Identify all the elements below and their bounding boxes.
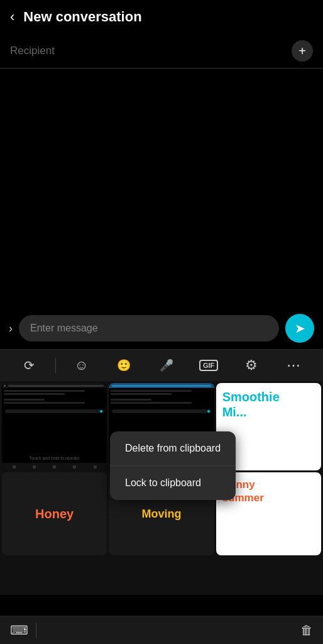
- emoji-button[interactable]: ☺: [62, 355, 101, 376]
- trash-button[interactable]: 🗑: [300, 623, 313, 638]
- gif-button[interactable]: GIF: [189, 357, 228, 374]
- context-menu: Delete from clipboard Lock to clipboard: [110, 431, 236, 500]
- bottom-bar: ⌨ 🗑: [0, 616, 323, 644]
- message-input[interactable]: Enter message: [19, 315, 279, 341]
- smoothie-text: SmoothieMi...: [222, 389, 280, 419]
- back-button[interactable]: ‹: [10, 9, 14, 25]
- honey-text: Honey: [35, 507, 74, 521]
- add-recipient-button[interactable]: +: [292, 40, 313, 62]
- send-icon: ➤: [295, 321, 305, 336]
- add-icon: +: [298, 44, 306, 58]
- clipboard-item-honey[interactable]: Honey: [2, 472, 107, 555]
- input-placeholder: Enter message: [30, 323, 98, 333]
- clipboard-area: Touch and hold to reorder: [0, 381, 323, 595]
- clipboard-button[interactable]: ⟳: [10, 355, 49, 375]
- touch-hold-label: Touch and hold to reorder: [2, 456, 107, 460]
- gif-label: GIF: [199, 360, 218, 371]
- keyboard-button[interactable]: ⌨: [10, 623, 28, 638]
- delete-from-clipboard-button[interactable]: Delete from clipboard: [110, 431, 236, 466]
- input-bar: › Enter message ➤: [0, 308, 323, 349]
- page-title: New conversation: [23, 9, 141, 25]
- header: ‹ New conversation: [0, 0, 323, 34]
- send-button[interactable]: ➤: [285, 314, 314, 343]
- sticker-button[interactable]: 🙂: [104, 356, 143, 375]
- expand-button[interactable]: ›: [9, 322, 13, 335]
- mic-button[interactable]: 🎤: [147, 356, 186, 375]
- message-area: [0, 69, 323, 308]
- recipient-label[interactable]: Recipient: [10, 45, 292, 57]
- toolbar: ⟳ ☺ 🙂 🎤 GIF ⚙ ⋯: [0, 349, 323, 381]
- moving-text: Moving: [141, 508, 181, 521]
- lock-to-clipboard-button[interactable]: Lock to clipboard: [110, 466, 236, 500]
- toolbar-divider: [55, 358, 56, 373]
- clipboard-item-1[interactable]: Touch and hold to reorder: [2, 383, 107, 470]
- bottom-divider: [36, 623, 36, 638]
- more-button[interactable]: ⋯: [274, 355, 313, 376]
- settings-button[interactable]: ⚙: [232, 355, 271, 376]
- recipient-bar: Recipient +: [0, 34, 323, 69]
